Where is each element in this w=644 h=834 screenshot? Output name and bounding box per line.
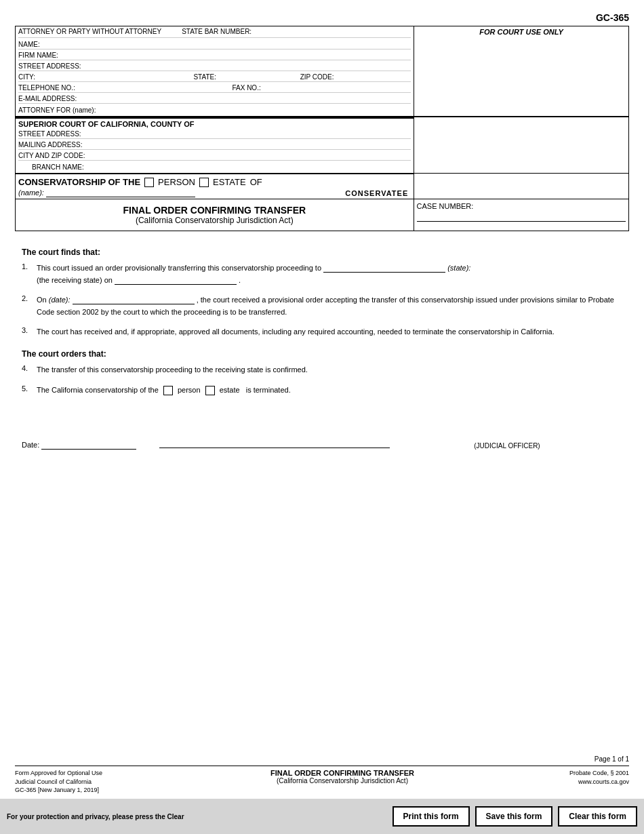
signature-area: Date: (JUDICIAL OFFICER) xyxy=(15,441,629,450)
email-label: E-MAIL ADDRESS: xyxy=(18,95,77,102)
court-section-label: SUPERIOR COURT OF CALIFORNIA, COUNTY OF xyxy=(18,120,411,128)
form-id: GC-365 [New January 1, 2019] xyxy=(15,786,164,795)
person-label: PERSON xyxy=(158,177,195,187)
item-5: 5. The California conservatorship of the… xyxy=(22,384,622,397)
case-number-input[interactable] xyxy=(417,213,626,222)
item-2-date-placeholder: (date): xyxy=(49,296,71,304)
item-1-state-input[interactable] xyxy=(323,264,445,273)
name-placeholder: (name): xyxy=(18,188,44,197)
privacy-text: For your protection and privacy, please … xyxy=(7,813,387,820)
item-4-text-content: The transfer of this conservatorship pro… xyxy=(37,365,308,374)
attorney-label: ATTORNEY OR PARTY WITHOUT ATTORNEY xyxy=(18,28,161,36)
court-city-zip-label: CITY AND ZIP CODE: xyxy=(18,152,85,159)
body-content: The court finds that: 1. This court issu… xyxy=(15,231,629,414)
of-label: OF xyxy=(250,177,262,187)
item-4-text: The transfer of this conservatorship pro… xyxy=(37,364,622,376)
approved-text: Form Approved for Optional Use xyxy=(15,769,164,778)
email-input[interactable] xyxy=(77,94,411,102)
city-input[interactable] xyxy=(35,73,186,81)
item-5-estate-checkbox[interactable] xyxy=(205,386,215,395)
item-1-number: 1. xyxy=(22,262,37,271)
date-input[interactable] xyxy=(41,441,136,450)
item-2: 2. On (date): , the court received a pro… xyxy=(22,294,622,318)
conservatee-label: CONSERVATEE xyxy=(345,189,411,197)
conservatorship-right xyxy=(414,174,629,199)
form-title-section: FINAL ORDER CONFIRMING TRANSFER (Califor… xyxy=(16,199,414,231)
attorney-for-label: ATTORNEY FOR (name): xyxy=(18,106,96,114)
item-1-text: This court issued an order provisionally… xyxy=(37,262,622,286)
footer-sub-title: (California Conservatorship Jurisdiction… xyxy=(164,777,521,785)
state-bar-input[interactable] xyxy=(251,28,411,36)
zip-label: ZIP CODE: xyxy=(300,73,334,81)
item-5-number: 5. xyxy=(22,384,37,393)
court-city-zip-input[interactable] xyxy=(85,151,411,159)
court-use-label: FOR COURT USE ONLY xyxy=(479,28,563,36)
sig-line-container: (JUDICIAL OFFICER) xyxy=(143,441,622,450)
telephone-label: TELEPHONE NO.: xyxy=(18,84,75,92)
fax-input[interactable] xyxy=(261,83,411,92)
sig-row: Date: (JUDICIAL OFFICER) xyxy=(22,441,622,450)
court-mailing-input[interactable] xyxy=(82,140,411,148)
item-2-date-input[interactable] xyxy=(73,296,195,304)
item-1-state-placeholder: (state): xyxy=(447,264,470,272)
sig-line xyxy=(159,448,390,448)
item-3-text-content: The court has received and, if appropria… xyxy=(37,327,555,336)
item-5-person-label: person xyxy=(178,386,201,394)
footer-center: FINAL ORDER CONFIRMING TRANSFER (Califor… xyxy=(164,769,521,785)
court-street-label: STREET ADDRESS: xyxy=(18,130,81,138)
court-use-right xyxy=(414,117,629,174)
footer-right: Probate Code, § 2001 www.courts.ca.gov xyxy=(521,769,629,786)
form-sub-title: (California Conservatorship Jurisdiction… xyxy=(18,216,411,225)
title-row: FINAL ORDER CONFIRMING TRANSFER (Califor… xyxy=(15,199,629,231)
clear-button[interactable]: Clear this form xyxy=(558,806,637,827)
item-4-number: 4. xyxy=(22,364,37,372)
name-input[interactable] xyxy=(40,40,411,48)
item-1-date-input[interactable] xyxy=(115,276,237,285)
fax-label: FAX NO.: xyxy=(232,84,260,92)
item-2-text: On (date): , the court received a provis… xyxy=(37,294,622,318)
footer-main-title: FINAL ORDER CONFIRMING TRANSFER xyxy=(164,769,521,777)
city-label: CITY: xyxy=(18,73,35,81)
court-table: SUPERIOR COURT OF CALIFORNIA, COUNTY OF … xyxy=(15,117,629,199)
court-street-input[interactable] xyxy=(81,130,411,138)
court-branch-input[interactable] xyxy=(84,163,411,171)
item-3-number: 3. xyxy=(22,326,37,334)
footer-website: www.courts.ca.gov xyxy=(521,778,629,787)
conservatee-name-input[interactable] xyxy=(46,188,195,197)
firm-label: FIRM NAME: xyxy=(18,52,58,59)
estate-label: ESTATE xyxy=(213,177,246,187)
conservatorship-prefix: CONSERVATORSHIP OF THE xyxy=(18,177,140,187)
telephone-input[interactable] xyxy=(75,83,226,92)
case-number-label: CASE NUMBER: xyxy=(417,202,626,210)
item-3-text: The court has received and, if appropria… xyxy=(37,326,622,338)
court-mailing-label: MAILING ADDRESS: xyxy=(18,141,82,148)
court-branch-label: BRANCH NAME: xyxy=(32,163,84,171)
footer: Page 1 of 1 Form Approved for Optional U… xyxy=(0,755,644,795)
attorney-for-input[interactable] xyxy=(96,106,411,114)
street-label: STREET ADDRESS: xyxy=(18,62,81,70)
firm-input[interactable] xyxy=(58,51,411,59)
action-bar: For your protection and privacy, please … xyxy=(0,799,644,834)
item-1-text-end: . xyxy=(239,276,241,284)
item-5-person-checkbox[interactable] xyxy=(163,386,173,395)
item-1-text-middle: (the receiving state) on xyxy=(37,276,113,284)
state-input[interactable] xyxy=(216,73,294,81)
person-checkbox[interactable] xyxy=(144,178,154,187)
street-input[interactable] xyxy=(81,62,411,70)
print-button[interactable]: Print this form xyxy=(393,806,470,827)
zip-input[interactable] xyxy=(334,73,411,81)
item-1: 1. This court issued an order provisiona… xyxy=(22,262,622,286)
finds-heading: The court finds that: xyxy=(22,247,622,257)
footer-info: Form Approved for Optional Use Judicial … xyxy=(15,766,629,795)
item-2-number: 2. xyxy=(22,294,37,302)
state-label: STATE: xyxy=(193,73,216,81)
name-label: NAME: xyxy=(18,41,40,48)
item-1-text-before: This court issued an order provisionally… xyxy=(37,264,321,272)
judicial-officer-label: (JUDICIAL OFFICER) xyxy=(392,442,622,450)
save-button[interactable]: Save this form xyxy=(475,806,553,827)
sig-date-label: Date: xyxy=(22,441,136,450)
estate-checkbox[interactable] xyxy=(199,178,209,187)
item-5-text-after: is terminated. xyxy=(246,386,291,394)
item-5-text-before: The California conservatorship of the xyxy=(37,386,159,394)
item-4: 4. The transfer of this conservatorship … xyxy=(22,364,622,376)
